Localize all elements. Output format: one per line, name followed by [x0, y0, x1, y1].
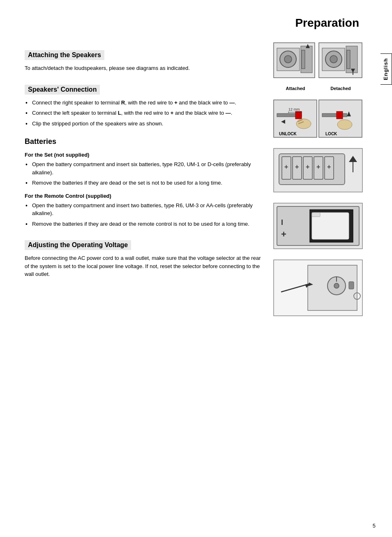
left-column: Attaching the Speakers To attach/detach …	[25, 42, 265, 318]
svg-text:12 mm: 12 mm	[288, 107, 300, 111]
adjusting-voltage-title: Adjusting the Operating Voltage	[25, 240, 131, 250]
svg-point-3	[284, 56, 292, 63]
svg-rect-29	[337, 111, 343, 119]
speakers-connection-section: Speakers' Connection Connect the right s…	[25, 76, 265, 128]
battery-set-diagram: + + + + +	[273, 148, 367, 194]
detached-label: Detached	[318, 84, 363, 91]
voltage-selector-svg	[273, 259, 363, 317]
minus-sign-1: —	[229, 100, 235, 106]
attaching-speakers-intro: To attach/detach the loudspeakers, pleas…	[25, 64, 265, 72]
svg-rect-53	[312, 213, 320, 217]
content-area: Attaching the Speakers To attach/detach …	[25, 42, 367, 318]
svg-rect-59	[349, 282, 354, 289]
terminal-r-bold: R	[121, 100, 125, 106]
svg-text:I: I	[281, 218, 283, 227]
adjusting-voltage-text: Before connecting the AC power cord to a…	[25, 254, 265, 278]
attaching-speakers-title: Attaching the Speakers	[25, 50, 104, 60]
svg-text:+: +	[306, 163, 309, 170]
svg-point-31	[337, 120, 352, 130]
lock-unlock-svg: 12 mm UNLOCK	[273, 99, 363, 138]
remote-battery-diagram: I +	[273, 202, 367, 251]
svg-text:+: +	[295, 163, 299, 170]
page: Preparation English Attaching the Speake…	[0, 0, 392, 537]
plus-sign-1: +	[174, 100, 178, 106]
svg-point-57	[334, 283, 339, 288]
battery-set-svg: + + + + +	[273, 148, 363, 193]
set-bullets: Open the battery compartment and insert …	[25, 160, 265, 187]
speaker-bullet-3: Clip the stripped portion of the speaker…	[25, 120, 265, 128]
svg-point-10	[330, 56, 337, 63]
speaker-attach-svg	[273, 42, 363, 83]
speaker-bullet-1: Connect the right speaker to terminal R,…	[25, 99, 265, 107]
attaching-speakers-section: Attaching the Speakers To attach/detach …	[25, 42, 265, 72]
page-title: Preparation	[25, 16, 367, 30]
svg-rect-17	[295, 111, 302, 119]
voltage-selector-diagram	[273, 259, 367, 318]
remote-battery-svg: I +	[273, 202, 363, 250]
for-remote-title: For the Remote Control (supplied)	[25, 193, 265, 199]
remote-bullets: Open the battery compartment and insert …	[25, 201, 265, 228]
svg-text:+: +	[316, 163, 320, 170]
remote-bullet-2: Remove the batteries if they are dead or…	[25, 220, 265, 228]
svg-text:+: +	[281, 229, 286, 239]
batteries-section: Batteries For the Set (not supplied) Ope…	[25, 137, 265, 228]
svg-rect-5	[302, 50, 305, 69]
speaker-diagram-labels: Attached Detached	[273, 84, 363, 91]
adjusting-voltage-section: Adjusting the Operating Voltage Before c…	[25, 232, 265, 278]
set-bullet-2: Remove the batteries if they are dead or…	[25, 179, 265, 187]
speaker-bullet-2: Connect the left speaker to terminal L, …	[25, 109, 265, 117]
for-set-title: For the Set (not supplied)	[25, 152, 265, 158]
svg-text:+: +	[284, 163, 288, 170]
minus-sign-2: —	[226, 110, 231, 116]
svg-rect-28	[322, 113, 347, 117]
lock-unlock-diagram: 12 mm UNLOCK	[273, 99, 367, 139]
page-number: 5	[373, 523, 376, 529]
svg-text:UNLOCK: UNLOCK	[279, 132, 297, 136]
attached-label: Attached	[273, 84, 318, 91]
plus-sign-2: +	[171, 110, 174, 116]
svg-rect-12	[347, 50, 350, 69]
right-column: Attached Detached 12 mm	[273, 42, 367, 318]
english-tab: English	[380, 53, 392, 85]
svg-text:LOCK: LOCK	[325, 132, 337, 136]
batteries-title: Batteries	[25, 137, 265, 146]
remote-bullet-1: Open the battery compartment and insert …	[25, 201, 265, 218]
speaker-attach-diagram: Attached Detached	[273, 42, 367, 91]
speakers-connection-list: Connect the right speaker to terminal R,…	[25, 99, 265, 128]
set-bullet-1: Open the battery compartment and insert …	[25, 160, 265, 176]
terminal-l-bold: L	[118, 110, 121, 116]
svg-text:+: +	[327, 163, 331, 170]
speakers-connection-title: Speakers' Connection	[25, 85, 100, 95]
